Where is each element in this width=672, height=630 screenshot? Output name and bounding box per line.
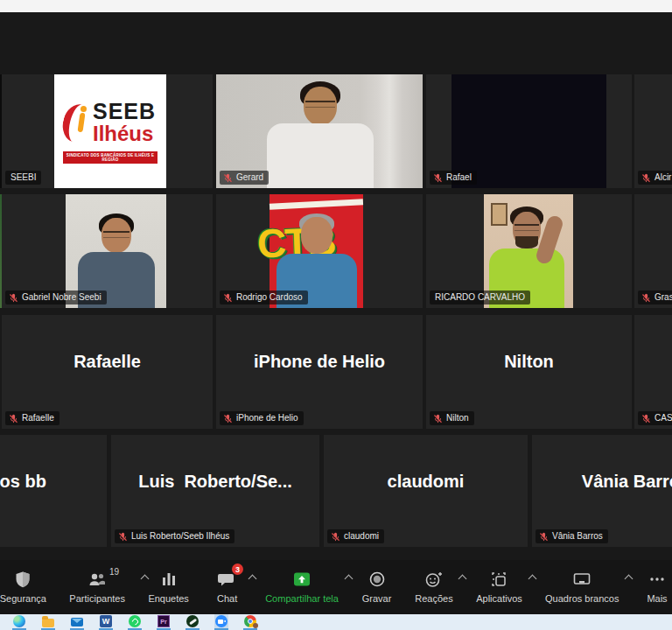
video-tile-iphone-de-helio[interactable]: iPhone de HelioiPhone de Helio — [216, 315, 423, 429]
video-tile-rafaelle[interactable]: RafaelleRafaelle — [2, 315, 213, 429]
participant-name-label: iPhone de Helio — [220, 411, 304, 425]
participant-display-name: Luis Roberto/Se... — [111, 472, 319, 492]
muted-mic-icon — [223, 293, 233, 303]
video-feed: SEEBIlhéusSINDICATO DOS BANCÁRIOS DE ILH… — [54, 74, 166, 188]
seeb-ilheus-logo: SEEBIlhéusSINDICATO DOS BANCÁRIOS DE ILH… — [54, 74, 166, 188]
logo-text-seeb: SEEB — [93, 99, 156, 124]
taskbar-file-explorer-icon[interactable] — [41, 614, 55, 630]
taskbar-edge-icon[interactable] — [12, 614, 26, 630]
muted-mic-icon — [331, 532, 340, 542]
toolbar-button-security[interactable]: Segurança — [0, 569, 46, 604]
wall-picture-frame — [491, 203, 508, 226]
muted-mic-icon — [641, 414, 651, 424]
muted-mic-icon — [641, 293, 651, 303]
taskbar-broadcast-app-icon[interactable] — [186, 614, 200, 630]
muted-mic-icon — [9, 414, 18, 424]
participant-display-name: claudomi — [324, 472, 528, 492]
windows-taskbar[interactable]: WPr — [0, 614, 672, 630]
video-tile-vania-barros[interactable]: Vânia BarrosVânia Barros — [532, 435, 672, 547]
toolbar-button-polls[interactable]: Enquetes — [149, 569, 189, 604]
participant-name-label: Grassa — [638, 290, 672, 304]
taskbar-premiere-icon[interactable]: Pr — [157, 614, 171, 630]
video-tile-los-bb[interactable]: los bb — [0, 435, 107, 547]
participant-display-name: los bb — [0, 472, 46, 492]
muted-mic-icon — [223, 414, 233, 424]
toolbar-button-label: Aplicativos — [476, 593, 522, 604]
reactions-icon — [424, 569, 444, 590]
file-explorer-icon — [42, 619, 54, 627]
ctb-flag-background — [270, 199, 363, 210]
participant-name-label: Gabriel Nobre Seebi — [5, 290, 107, 304]
toolbar-button-more[interactable]: Mais — [642, 569, 672, 604]
video-tile-luis-roberto[interactable]: Luis Roberto/Se...Luis Roberto/Seeb Ilhé… — [111, 435, 319, 547]
zoom-icon — [215, 615, 228, 627]
video-tile-cassio[interactable]: CASSIO — [634, 315, 672, 429]
toolbar-button-whiteboards[interactable]: Quadros brancos — [546, 569, 620, 604]
video-tile-ricardo[interactable]: RICARDO CARVALHO — [426, 194, 632, 308]
taskbar-mail-icon[interactable] — [70, 614, 84, 630]
taskbar-whatsapp-icon[interactable] — [128, 614, 142, 630]
chevron-up-icon[interactable] — [248, 575, 256, 584]
muted-mic-icon — [641, 173, 651, 183]
toolbar-button-chat[interactable]: 3Chat — [213, 569, 242, 604]
video-tile-gerard[interactable]: Gerard — [216, 74, 423, 188]
muted-mic-icon — [223, 173, 233, 183]
toolbar-button-label: Chat — [217, 593, 237, 604]
participant-name-label: CASSIO — [638, 411, 672, 425]
toolbar-button-label: Mais — [647, 593, 667, 604]
video-tile-claudomi[interactable]: claudomiclaudomi — [324, 435, 528, 547]
edge-icon — [13, 615, 25, 627]
toolbar-button-reactions[interactable]: Reações — [416, 569, 453, 604]
muted-mic-icon — [539, 532, 549, 542]
background-window-strip — [0, 0, 672, 12]
participant-name-label: Luis Roberto/Seeb Ilhéus — [115, 529, 234, 543]
taskbar-zoom-icon[interactable] — [214, 614, 228, 630]
video-tile-gabriel[interactable]: Gabriel Nobre Seebi — [2, 194, 213, 308]
participant-display-name: Rafaelle — [2, 352, 213, 372]
participant-name-label: Vânia Barros — [536, 529, 608, 543]
chevron-up-icon[interactable] — [140, 575, 149, 584]
chat-unread-badge: 3 — [232, 564, 243, 575]
toolbar-button-share-screen[interactable]: Compartilhar tela — [266, 569, 339, 604]
toolbar-button-record[interactable]: Gravar — [362, 569, 392, 604]
record-icon — [368, 569, 387, 590]
participant-display-name: iPhone de Helio — [216, 352, 423, 372]
logo-banner-text: SINDICATO DOS BANCÁRIOS DE ILHÉUS E REGI… — [63, 151, 158, 164]
share-screen-icon — [291, 569, 312, 590]
meeting-toolbar: Segurança19ParticipantesEnquetes3ChatCom… — [0, 560, 672, 614]
taskbar-chrome-icon[interactable] — [243, 614, 257, 630]
video-tile-seebi[interactable]: SEEBIlhéusSINDICATO DOS BANCÁRIOS DE ILH… — [2, 74, 213, 188]
chevron-up-icon[interactable] — [625, 575, 634, 584]
mail-icon — [71, 618, 83, 626]
muted-mic-icon — [9, 293, 18, 303]
apps-icon — [489, 569, 508, 590]
logo-text-ilheus: Ilhéus — [93, 122, 153, 146]
participant-count: 19 — [109, 567, 119, 577]
whiteboard-icon — [571, 569, 592, 590]
toolbar-button-label: Enquetes — [148, 593, 188, 604]
premiere-icon: Pr — [158, 615, 170, 627]
toolbar-button-label: Reações — [415, 593, 452, 604]
participant-name-label: RICARDO CARVALHO — [430, 290, 530, 304]
video-tile-grassa[interactable]: Grassa — [634, 194, 672, 308]
toolbar-button-label: Segurança — [0, 593, 46, 604]
chat-icon: 3 — [217, 569, 237, 590]
toolbar-button-participants[interactable]: 19Participantes — [70, 569, 125, 604]
participant-name-label: claudomi — [327, 529, 384, 543]
video-tile-alcir[interactable]: Alcir Pi — [634, 74, 672, 188]
toolbar-button-label: Participantes — [69, 593, 125, 604]
participant-name-label: Nilton — [430, 411, 474, 425]
chrome-icon — [244, 615, 256, 627]
more-icon — [647, 569, 668, 590]
video-tile-rafael[interactable]: Rafael — [426, 74, 632, 188]
muted-mic-icon — [118, 532, 128, 542]
video-tile-rodrigo[interactable]: CTBRodrigo Cardoso — [216, 194, 423, 308]
chevron-up-icon[interactable] — [528, 575, 536, 584]
toolbar-button-apps[interactable]: Aplicativos — [476, 569, 522, 604]
taskbar-word-icon[interactable]: W — [99, 614, 113, 630]
poll-icon — [159, 569, 178, 590]
chevron-up-icon[interactable] — [344, 575, 353, 584]
chevron-up-icon[interactable] — [458, 575, 467, 584]
participant-name-label: Rafaelle — [5, 411, 60, 425]
video-tile-nilton[interactable]: NiltonNilton — [426, 315, 632, 429]
